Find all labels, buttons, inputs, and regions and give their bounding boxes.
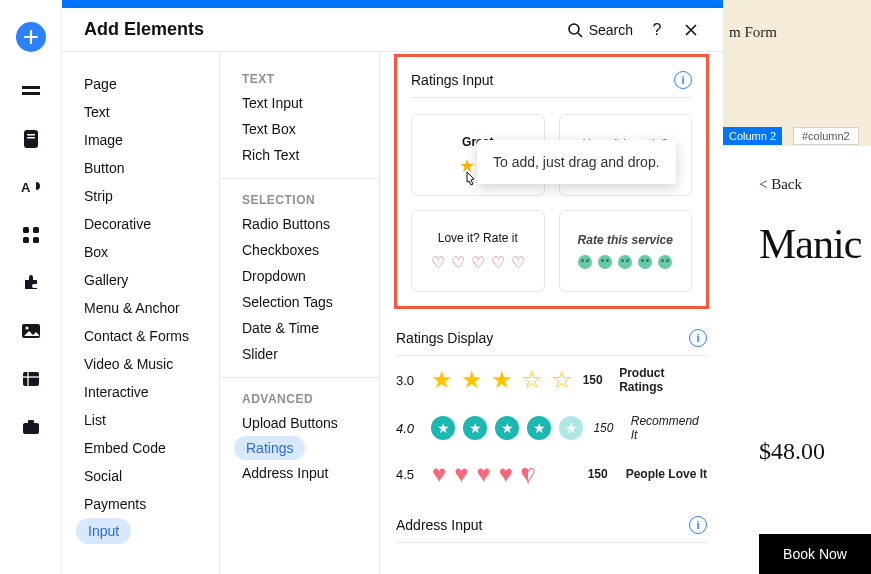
card-label: Rate this service	[578, 233, 673, 247]
category-item[interactable]: Strip	[62, 182, 219, 210]
category-item[interactable]: Contact & Forms	[62, 322, 219, 350]
category-item[interactable]: Page	[62, 70, 219, 98]
category-list: Page Text Image Button Strip Decorative …	[62, 52, 220, 574]
product-title: Manic	[759, 220, 861, 268]
business-icon[interactable]	[20, 418, 42, 436]
category-item[interactable]: List	[62, 406, 219, 434]
rating-label: Product Ratings	[619, 366, 707, 394]
sub-item[interactable]: Checkboxes	[220, 237, 379, 263]
product-price: $48.00	[759, 438, 825, 465]
ratings-input-section: Ratings Input i Great ★ ★ How did we do?	[394, 54, 709, 309]
ratings-display-card[interactable]: 4.5 ♥ ♥ ♥ ♥ ♥ 150 People Love It	[396, 452, 707, 496]
alien-icon	[598, 255, 612, 269]
sub-item[interactable]: Text Box	[220, 116, 379, 142]
sub-item[interactable]: Dropdown	[220, 263, 379, 289]
document-icon[interactable]	[20, 130, 42, 148]
media-icon[interactable]	[20, 322, 42, 340]
rating-label: People Love It	[626, 467, 707, 481]
close-button[interactable]	[681, 20, 701, 40]
category-item[interactable]: Social	[62, 462, 219, 490]
info-icon[interactable]: i	[674, 71, 692, 89]
category-item[interactable]: Button	[62, 154, 219, 182]
apps-icon[interactable]	[20, 226, 42, 244]
sub-item[interactable]: Rich Text	[220, 142, 379, 168]
sub-item[interactable]: Radio Buttons	[220, 211, 379, 237]
address-input-section: Address Input i	[394, 496, 709, 543]
section-title: Ratings Display	[396, 330, 493, 346]
divider	[220, 178, 379, 179]
svg-rect-8	[23, 237, 29, 243]
heart-icon: ♥	[499, 462, 513, 486]
svg-point-17	[569, 24, 579, 34]
group-label: SELECTION	[220, 187, 379, 211]
category-item[interactable]: Decorative	[62, 210, 219, 238]
book-now-button[interactable]: Book Now	[759, 534, 871, 574]
column-id[interactable]: #column2	[793, 127, 859, 145]
info-icon[interactable]: i	[689, 516, 707, 534]
svg-rect-15	[23, 423, 39, 434]
star-icon: ★	[495, 416, 519, 440]
ratings-input-card[interactable]: Love it? Rate it ♡ ♡ ♡ ♡ ♡	[411, 210, 545, 292]
top-accent-bar	[62, 0, 723, 8]
category-item[interactable]: Text	[62, 98, 219, 126]
category-item[interactable]: Box	[62, 238, 219, 266]
star-icon: ★	[559, 416, 583, 440]
star-icon: ★	[527, 416, 551, 440]
rating-count: 150	[588, 467, 616, 481]
ratings-input-card[interactable]: Rate this service	[559, 210, 693, 292]
alien-icon	[658, 255, 672, 269]
theme-icon[interactable]: A	[20, 178, 42, 196]
heart-icon: ♥	[432, 462, 446, 486]
back-link[interactable]: < Back	[759, 176, 802, 193]
column-tag[interactable]: Column 2	[723, 127, 782, 145]
sub-item[interactable]: Selection Tags	[220, 289, 379, 315]
info-icon[interactable]: i	[689, 329, 707, 347]
star-icon: ☆	[521, 368, 543, 392]
ratings-display-card[interactable]: 3.0 ★ ★ ★ ☆ ☆ 150 Product Ratings	[396, 356, 707, 404]
left-rail: A	[0, 0, 62, 574]
form-label: m Form	[729, 24, 777, 41]
category-item[interactable]: Video & Music	[62, 350, 219, 378]
sub-item-selected[interactable]: Ratings	[234, 436, 305, 460]
svg-rect-4	[27, 137, 35, 139]
heart-icon: ♡	[451, 253, 465, 272]
heart-icon: ♡	[491, 253, 505, 272]
category-item[interactable]: Interactive	[62, 378, 219, 406]
section-title: Ratings Input	[411, 72, 494, 88]
category-item[interactable]: Image	[62, 126, 219, 154]
drag-tooltip: To add, just drag and drop.	[477, 140, 676, 184]
search-button[interactable]: Search	[567, 22, 633, 38]
ratings-display-card[interactable]: 4.0 ★ ★ ★ ★ ★ 150 Recommend It	[396, 404, 707, 452]
data-icon[interactable]	[20, 370, 42, 388]
plugin-icon[interactable]	[20, 274, 42, 292]
group-label: TEXT	[220, 66, 379, 90]
alien-icon	[578, 255, 592, 269]
ratings-display-section: Ratings Display i 3.0 ★ ★ ★ ☆ ☆ 150 Prod…	[394, 309, 709, 496]
pages-icon[interactable]	[20, 82, 42, 100]
svg-rect-3	[27, 134, 35, 136]
sub-item[interactable]: Slider	[220, 341, 379, 367]
category-item[interactable]: Menu & Anchor	[62, 294, 219, 322]
elements-preview: Ratings Input i Great ★ ★ How did we do?	[380, 52, 723, 574]
sub-item[interactable]: Address Input	[220, 460, 379, 486]
help-button[interactable]: ?	[647, 20, 667, 40]
card-label: Love it? Rate it	[438, 231, 518, 245]
search-label: Search	[589, 22, 633, 38]
subcategory-list: TEXT Text Input Text Box Rich Text SELEC…	[220, 52, 380, 574]
alien-icon	[638, 255, 652, 269]
sub-item[interactable]: Date & Time	[220, 315, 379, 341]
star-icon: ★	[431, 368, 453, 392]
product-card	[723, 146, 871, 574]
category-item[interactable]: Embed Code	[62, 434, 219, 462]
category-item[interactable]: Gallery	[62, 266, 219, 294]
category-item[interactable]: Payments	[62, 490, 219, 518]
svg-rect-16	[28, 420, 34, 424]
category-item-selected[interactable]: Input	[76, 518, 131, 544]
sub-item[interactable]: Upload Buttons	[220, 410, 379, 436]
section-title: Address Input	[396, 517, 482, 533]
svg-text:A: A	[21, 180, 31, 195]
group-label: ADVANCED	[220, 386, 379, 410]
svg-rect-9	[33, 237, 39, 243]
sub-item[interactable]: Text Input	[220, 90, 379, 116]
add-button[interactable]	[16, 22, 46, 52]
